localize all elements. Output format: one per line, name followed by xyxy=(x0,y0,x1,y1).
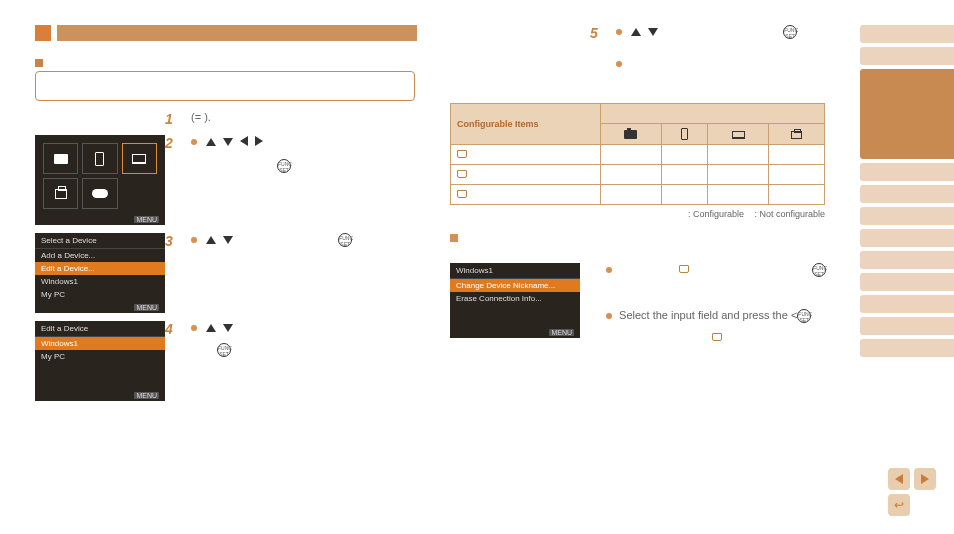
camera-icon xyxy=(624,130,637,139)
table-col-printer xyxy=(768,124,824,145)
list-item: My PC xyxy=(35,350,165,363)
side-tab[interactable] xyxy=(860,185,954,203)
subsection-marker xyxy=(450,234,458,242)
screenshot-edit-device: Edit a Device Windows1 My PC MENU xyxy=(35,321,165,401)
side-tab[interactable] xyxy=(860,295,954,313)
side-tab[interactable] xyxy=(860,229,954,247)
table-legend: : Configurable : Not configurable xyxy=(450,209,825,219)
section-tabs xyxy=(860,25,954,361)
func-set-icon: FUNC SET xyxy=(797,309,811,323)
side-tab[interactable] xyxy=(860,273,954,291)
book-icon xyxy=(712,333,722,341)
bullet-icon xyxy=(606,267,612,273)
side-tab[interactable] xyxy=(860,25,954,43)
table-col-phone xyxy=(661,124,708,145)
step-number-5: 5 xyxy=(590,25,598,41)
table-row xyxy=(451,185,601,205)
book-icon xyxy=(457,150,467,158)
table-header-connection xyxy=(601,104,825,124)
down-arrow-icon xyxy=(223,236,233,244)
configurable-items-table: Configurable Items xyxy=(450,103,825,205)
step-number-4: 4 xyxy=(165,321,173,337)
func-set-icon: FUNC SET xyxy=(217,343,231,357)
instruction-text: Select the input field and press the < xyxy=(619,309,797,321)
bullet-icon xyxy=(616,29,622,35)
return-icon: ↩ xyxy=(894,498,904,512)
heading-marker xyxy=(35,25,51,41)
prev-page-button[interactable] xyxy=(888,468,910,490)
list-item: My PC xyxy=(35,288,165,301)
side-tab[interactable] xyxy=(860,251,954,269)
down-arrow-icon xyxy=(223,324,233,332)
side-tab[interactable] xyxy=(860,317,954,335)
menu-indicator: MENU xyxy=(134,392,159,399)
computer-icon xyxy=(122,143,157,174)
bullet-icon xyxy=(191,139,197,145)
page-nav: ↩ xyxy=(876,468,936,516)
smartphone-icon xyxy=(82,143,117,174)
screenshot-select-device: Select a Device Add a Device... Edit a D… xyxy=(35,233,165,313)
down-arrow-icon xyxy=(223,138,233,146)
heading-bar xyxy=(57,25,417,41)
menu-indicator: MENU xyxy=(134,216,159,223)
list-item: Windows1 xyxy=(35,337,165,350)
up-arrow-icon xyxy=(631,28,641,36)
bullet-icon xyxy=(606,313,612,319)
func-set-icon: FUNC SET xyxy=(812,263,826,277)
side-tab[interactable] xyxy=(860,47,954,65)
book-icon xyxy=(457,190,467,198)
func-set-icon: FUNC SET xyxy=(277,159,291,173)
legend-not-configurable: : Not configurable xyxy=(754,209,825,219)
book-icon xyxy=(679,265,689,273)
side-tab[interactable] xyxy=(860,163,954,181)
step1-text: (= ). xyxy=(177,111,420,127)
computer-icon xyxy=(732,131,745,139)
list-title: Windows1 xyxy=(450,263,580,279)
list-title: Select a Device xyxy=(35,233,165,249)
nav-arrows xyxy=(204,234,235,246)
cloud-icon xyxy=(82,178,117,209)
nav-arrows xyxy=(204,322,235,334)
side-tab[interactable] xyxy=(860,207,954,225)
list-title: Edit a Device xyxy=(35,321,165,337)
book-icon xyxy=(457,170,467,178)
bullet-icon xyxy=(616,61,622,67)
chevron-right-icon xyxy=(921,474,929,484)
next-page-button[interactable] xyxy=(914,468,936,490)
bullet-icon xyxy=(191,237,197,243)
table-col-camera xyxy=(601,124,662,145)
section-heading xyxy=(35,25,420,41)
side-tab[interactable] xyxy=(860,339,954,357)
list-item: Change Device Nickname... xyxy=(450,279,580,292)
table-row xyxy=(451,145,601,165)
menu-indicator: MENU xyxy=(134,304,159,311)
step-number-1: 1 xyxy=(165,111,173,127)
printer-icon xyxy=(791,131,802,139)
table-header-items: Configurable Items xyxy=(451,104,601,145)
printer-icon xyxy=(43,178,78,209)
list-item: Erase Connection Info... xyxy=(450,292,580,305)
side-tab[interactable] xyxy=(860,69,954,159)
table-col-computer xyxy=(708,124,769,145)
smartphone-icon xyxy=(681,128,688,140)
nav-arrows xyxy=(629,26,660,38)
up-arrow-icon xyxy=(206,324,216,332)
up-arrow-icon xyxy=(206,138,216,146)
up-arrow-icon xyxy=(206,236,216,244)
chevron-left-icon xyxy=(895,474,903,484)
nav-arrows xyxy=(204,136,265,148)
list-item: Add a Device... xyxy=(35,249,165,262)
func-set-icon: FUNC SET xyxy=(338,233,352,247)
screenshot-windows1-options: Windows1 Change Device Nickname... Erase… xyxy=(450,263,580,338)
screenshot-device-icons: MENU xyxy=(35,135,165,225)
right-arrow-icon xyxy=(255,136,263,146)
down-arrow-icon xyxy=(648,28,658,36)
subheading xyxy=(35,59,420,67)
bullet-icon xyxy=(191,325,197,331)
list-item: Edit a Device... xyxy=(35,262,165,275)
camera-icon xyxy=(43,143,78,174)
menu-indicator: MENU xyxy=(549,329,574,336)
return-button[interactable]: ↩ xyxy=(888,494,910,516)
step-number-2: 2 xyxy=(165,135,173,151)
subheading-marker xyxy=(35,59,43,67)
